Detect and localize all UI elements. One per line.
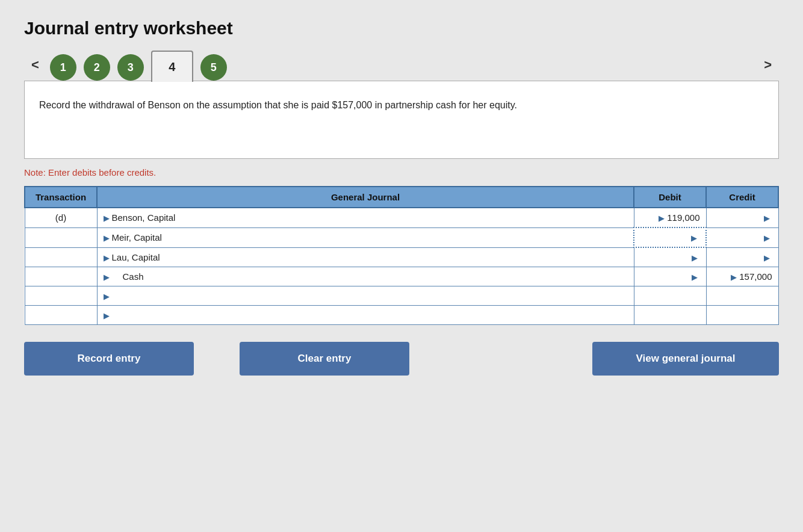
gj-text: Meir, Capital bbox=[112, 232, 162, 243]
cell-transaction bbox=[25, 306, 97, 325]
cell-debit[interactable] bbox=[634, 306, 706, 325]
debit-arrow-icon: ▶ bbox=[692, 253, 698, 262]
cell-credit[interactable] bbox=[706, 306, 778, 325]
table-row: ▶ bbox=[25, 286, 778, 306]
credit-arrow-icon: ▶ bbox=[764, 214, 770, 223]
tabs-row: < 12345 > bbox=[24, 49, 779, 81]
page-title: Journal entry worksheet bbox=[24, 18, 779, 39]
buttons-row: Record entry Clear entry View general jo… bbox=[24, 342, 779, 376]
col-general-journal: General Journal bbox=[97, 187, 634, 208]
table-row: (d)▶Benson, Capital▶119,000▶ bbox=[25, 208, 778, 227]
record-entry-button[interactable]: Record entry bbox=[24, 342, 194, 376]
prev-arrow[interactable]: < bbox=[24, 57, 46, 73]
row-arrow-icon: ▶ bbox=[104, 214, 110, 223]
cell-transaction bbox=[25, 286, 97, 306]
debit-value: 119,000 bbox=[667, 212, 699, 223]
next-arrow[interactable]: > bbox=[757, 57, 779, 73]
cell-general-journal[interactable]: ▶ bbox=[97, 306, 634, 325]
debit-arrow-icon: ▶ bbox=[659, 214, 665, 223]
credit-arrow-icon: ▶ bbox=[764, 253, 770, 262]
table-row: ▶Meir, Capital▶▶ bbox=[25, 227, 778, 247]
tab-3[interactable]: 3 bbox=[117, 54, 144, 81]
gj-text: Benson, Capital bbox=[112, 212, 176, 223]
tab-2[interactable]: 2 bbox=[84, 54, 110, 81]
row-arrow-icon: ▶ bbox=[104, 234, 110, 243]
cell-general-journal[interactable]: ▶Lau, Capital bbox=[97, 247, 634, 267]
table-row: ▶ bbox=[25, 306, 778, 325]
gj-text: Cash bbox=[112, 271, 144, 282]
cell-debit[interactable]: ▶ bbox=[634, 267, 706, 286]
row-arrow-icon: ▶ bbox=[104, 273, 110, 282]
cell-debit[interactable] bbox=[634, 286, 706, 306]
cell-debit[interactable]: ▶119,000 bbox=[634, 208, 706, 227]
cell-credit[interactable]: ▶ bbox=[706, 208, 778, 227]
gj-text: Lau, Capital bbox=[112, 252, 160, 262]
cell-general-journal[interactable]: ▶Meir, Capital bbox=[97, 227, 634, 247]
col-credit: Credit bbox=[706, 187, 778, 208]
debit-arrow-icon: ▶ bbox=[691, 234, 697, 243]
clear-entry-button[interactable]: Clear entry bbox=[240, 342, 409, 376]
cell-credit[interactable]: ▶ bbox=[706, 247, 778, 267]
credit-arrow-icon: ▶ bbox=[731, 273, 737, 282]
cell-transaction: (d) bbox=[25, 208, 97, 227]
cell-credit[interactable]: ▶ bbox=[706, 227, 778, 247]
cell-transaction bbox=[25, 247, 97, 267]
table-row: ▶Lau, Capital▶▶ bbox=[25, 247, 778, 267]
cell-debit[interactable]: ▶ bbox=[634, 227, 706, 247]
col-debit: Debit bbox=[634, 187, 706, 208]
table-row: ▶Cash▶▶157,000 bbox=[25, 267, 778, 286]
tab-1[interactable]: 1 bbox=[50, 54, 76, 81]
cell-debit[interactable]: ▶ bbox=[634, 247, 706, 267]
cell-transaction bbox=[25, 267, 97, 286]
cell-credit[interactable] bbox=[706, 286, 778, 306]
cell-general-journal[interactable]: ▶Cash bbox=[97, 267, 634, 286]
cell-general-journal[interactable]: ▶Benson, Capital bbox=[97, 208, 634, 227]
cell-general-journal[interactable]: ▶ bbox=[97, 286, 634, 306]
debit-arrow-icon: ▶ bbox=[692, 273, 698, 282]
main-container: Journal entry worksheet < 12345 > Record… bbox=[24, 18, 779, 376]
cell-transaction bbox=[25, 227, 97, 247]
row-arrow-icon: ▶ bbox=[104, 311, 110, 320]
journal-table: Transaction General Journal Debit Credit… bbox=[24, 186, 779, 325]
row-arrow-icon: ▶ bbox=[104, 253, 110, 262]
row-arrow-icon: ▶ bbox=[104, 292, 110, 301]
tab-4[interactable]: 4 bbox=[151, 51, 193, 82]
credit-arrow-icon: ▶ bbox=[764, 234, 770, 243]
col-transaction: Transaction bbox=[25, 187, 97, 208]
credit-value: 157,000 bbox=[739, 271, 772, 282]
view-general-journal-button[interactable]: View general journal bbox=[592, 342, 779, 376]
cell-credit[interactable]: ▶157,000 bbox=[706, 267, 778, 286]
tab-5[interactable]: 5 bbox=[200, 54, 227, 81]
note-text: Note: Enter debits before credits. bbox=[24, 167, 779, 178]
worksheet-description: Record the withdrawal of Benson on the a… bbox=[24, 81, 779, 159]
